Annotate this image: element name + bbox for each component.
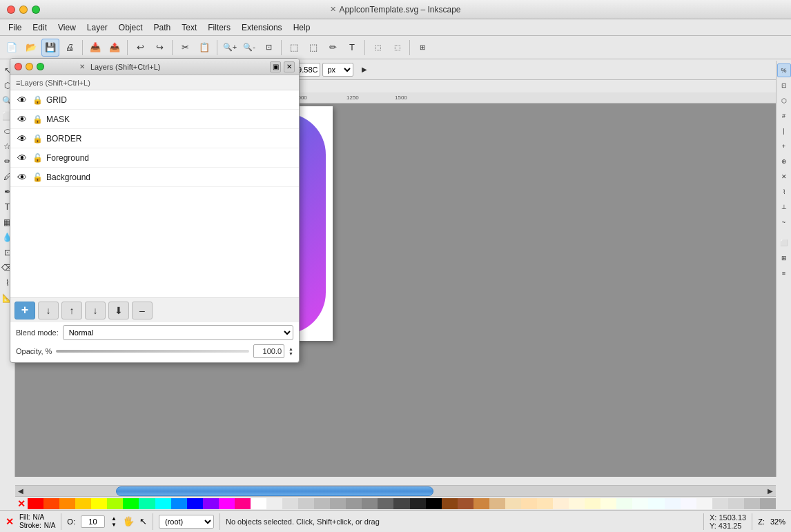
menu-edit[interactable]: Edit [27,21,52,34]
opacity-up[interactable]: ▲ [111,515,117,522]
palette-color-32[interactable] [537,498,553,509]
unit-select[interactable]: px mm cm in [322,63,353,77]
palette-color-23[interactable] [393,498,409,509]
layer-lock-foreground[interactable]: 🔓 [32,153,42,163]
text-tool-button[interactable]: T [343,39,361,57]
close-button[interactable] [7,6,15,14]
layer-item-grid[interactable]: 👁 🔒 GRID [10,90,299,110]
palette-color-5[interactable] [107,498,123,509]
palette-color-10[interactable] [187,498,203,509]
palette-color-26[interactable] [442,498,458,509]
palette-color-35[interactable] [585,498,600,509]
palette-color-4[interactable] [91,498,107,509]
palette-color-21[interactable] [362,498,378,509]
fill-x-icon[interactable]: ✕ [6,516,14,527]
palette-color-46[interactable] [760,498,776,509]
palette-color-37[interactable] [616,498,632,509]
expand-btn[interactable]: ▶ [355,61,373,79]
xml-editor-button[interactable]: ⬚ [369,39,387,57]
palette-color-38[interactable] [632,498,648,509]
palette-color-19[interactable] [330,498,346,509]
palette-color-17[interactable] [298,498,314,509]
cut-button[interactable]: ✂ [176,39,194,57]
palette-color-31[interactable] [521,498,537,509]
palette-color-15[interactable] [266,498,282,509]
zoom-fit-button[interactable]: ⊡ [260,39,277,57]
menu-text[interactable]: Text [176,21,202,34]
palette-color-20[interactable] [346,498,362,509]
snap-bbox-btn[interactable]: ⊡ [777,79,791,92]
palette-color-14[interactable] [251,498,266,509]
redo-button[interactable]: ↪ [150,39,168,57]
menu-help[interactable]: Help [288,21,316,34]
opacity-slider[interactable] [56,350,249,353]
zoom-out-button[interactable]: 🔍- [240,39,258,57]
blend-mode-select[interactable]: Normal Multiply Screen Overlay [63,325,293,340]
menu-file[interactable]: File [3,21,27,34]
palette-color-34[interactable] [569,498,585,509]
layers-btn-right[interactable]: ≡ [777,266,791,280]
layer-eye-background[interactable]: 👁 [16,172,28,183]
page-border-btn[interactable]: ⬜ [777,236,791,250]
menu-path[interactable]: Path [148,21,177,34]
add-layer-btn[interactable]: + [14,302,35,319]
palette-color-18[interactable] [314,498,330,509]
undo-button[interactable]: ↩ [131,39,149,57]
snap-guides-btn[interactable]: | [777,124,791,138]
layers-close-btn[interactable] [14,63,22,70]
palette-color-22[interactable] [378,498,393,509]
snap-midpoints-btn[interactable]: ⊕ [777,155,791,168]
copy-button[interactable]: 📋 [195,39,213,57]
palette-color-30[interactable] [505,498,521,509]
snap-enable-btn[interactable]: % [777,63,791,77]
save-button[interactable]: 💾 [41,39,59,57]
palette-color-42[interactable] [696,498,712,509]
palette-color-39[interactable] [648,498,664,509]
palette-color-24[interactable] [410,498,426,509]
layer-item-mask[interactable]: 👁 🔒 MASK [10,110,299,129]
layer-eye-border[interactable]: 👁 [16,133,28,144]
layers-close-x-btn[interactable]: ✕ [284,61,295,72]
move-selection-down-btn[interactable]: ⬇ [108,302,129,319]
palette-color-7[interactable] [139,498,155,509]
palette-color-13[interactable] [235,498,251,509]
layers-min-btn[interactable] [26,63,33,70]
layer-eye-mask[interactable]: 👁 [16,114,28,125]
palette-color-36[interactable] [600,498,616,509]
align-button[interactable]: ⬚ [304,39,322,57]
opacity-inc-btn[interactable]: ▲ [289,346,293,351]
palette-color-28[interactable] [473,498,489,509]
snap-perp-btn[interactable]: ⊥ [777,200,791,214]
layer-item-border[interactable]: 👁 🔒 BORDER [10,129,299,148]
palette-color-16[interactable] [282,498,298,509]
palette-color-44[interactable] [728,498,744,509]
opacity-dec-btn[interactable]: ▼ [289,351,293,356]
layers-collapse-btn[interactable]: ▣ [270,61,281,72]
layer-lock-background[interactable]: 🔓 [32,173,42,182]
menu-view[interactable]: View [52,21,81,34]
layer-eye-foreground[interactable]: 👁 [16,152,28,164]
snap-button[interactable]: ⊞ [413,39,431,57]
object-properties-button[interactable]: ⬚ [388,39,406,57]
palette-color-33[interactable] [553,498,569,509]
palette-color-43[interactable] [712,498,728,509]
palette-color-29[interactable] [489,498,505,509]
menu-extensions[interactable]: Extensions [236,21,288,34]
scroll-left-arrow[interactable]: ◀ [15,486,26,497]
layer-select[interactable]: (root) [159,515,214,529]
palette-color-1[interactable] [43,498,59,509]
layer-item-foreground[interactable]: 👁 🔓 Foreground [10,148,299,168]
transform-button[interactable]: ⬚ [285,39,303,57]
layers-max-btn[interactable] [37,63,44,70]
palette-color-25[interactable] [426,498,442,509]
palette-color-27[interactable] [458,498,473,509]
calculator-btn[interactable]: ⊞ [777,251,791,265]
open-button[interactable]: 📂 [22,39,40,57]
snap-center-btn[interactable]: + [777,139,791,153]
node-editor-button[interactable]: ✏ [324,39,342,57]
import-button[interactable]: 📥 [86,39,104,57]
palette-color-2[interactable] [59,498,75,509]
layer-lock-grid[interactable]: 🔒 [32,95,42,105]
layer-lock-mask[interactable]: 🔒 [32,115,42,124]
no-color-button[interactable]: ✕ [15,497,28,510]
